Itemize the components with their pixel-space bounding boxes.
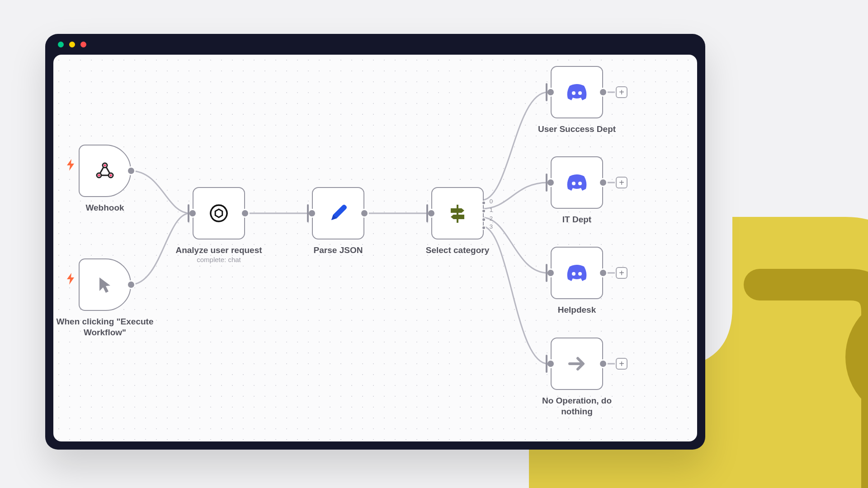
port-out[interactable] <box>127 280 136 289</box>
discord-icon <box>565 170 589 195</box>
window-dot-red[interactable] <box>80 42 86 47</box>
port-out[interactable] <box>241 209 250 218</box>
add-node-button[interactable]: + <box>616 358 627 370</box>
svg-point-12 <box>572 272 576 276</box>
node-webhook[interactable]: Webhook <box>79 145 131 197</box>
svg-point-3 <box>104 164 106 167</box>
arrow-right-icon <box>565 352 589 376</box>
add-node-button[interactable]: + <box>616 267 627 279</box>
port-out-0[interactable] <box>481 201 486 205</box>
branch-label-1: 1 <box>490 206 493 213</box>
svg-point-13 <box>578 272 582 276</box>
svg-point-10 <box>572 182 576 185</box>
node-label: Helpdesk <box>527 305 627 315</box>
cursor-icon <box>93 272 117 297</box>
branch-label-2: 2 <box>490 215 493 222</box>
plus-icon: + <box>619 87 624 98</box>
port-out-3[interactable] <box>481 225 486 230</box>
node-user-success[interactable]: User Success Dept <box>551 66 603 118</box>
branch-label-0: 0 <box>490 198 493 205</box>
node-label: When clicking "Execute Workflow" <box>55 316 155 338</box>
port-out[interactable] <box>599 178 608 187</box>
port-out[interactable] <box>127 166 136 175</box>
svg-point-8 <box>572 91 576 95</box>
port-in[interactable] <box>307 209 316 218</box>
port-in[interactable] <box>427 209 436 218</box>
port-in[interactable] <box>188 209 197 218</box>
port-out-1[interactable] <box>481 209 486 213</box>
node-helpdesk[interactable]: Helpdesk <box>551 247 603 299</box>
node-sublabel: complete: chat <box>169 256 269 263</box>
window-title-bar <box>45 34 705 55</box>
window-dot-yellow[interactable] <box>69 42 75 47</box>
node-label: Parse JSON <box>288 245 388 256</box>
plus-icon: + <box>619 178 624 188</box>
svg-marker-6 <box>215 209 222 217</box>
node-analyze[interactable]: Analyze user request complete: chat <box>193 187 245 239</box>
plus-icon: + <box>619 268 624 278</box>
port-in[interactable] <box>546 88 555 97</box>
trigger-bolt-icon <box>66 159 75 174</box>
node-label: User Success Dept <box>527 124 627 135</box>
node-label: Select category <box>408 245 507 256</box>
node-label: Webhook <box>55 202 155 213</box>
node-noop[interactable]: No Operation, do nothing <box>551 338 603 390</box>
node-label: IT Dept <box>527 214 627 225</box>
discord-icon <box>565 80 589 104</box>
svg-point-11 <box>578 182 582 185</box>
openai-icon <box>207 201 231 225</box>
port-out[interactable] <box>360 209 369 218</box>
port-in[interactable] <box>546 268 555 277</box>
webhook-icon <box>93 159 117 183</box>
signpost-icon <box>445 201 470 225</box>
port-out[interactable] <box>599 359 608 368</box>
svg-point-9 <box>578 91 582 95</box>
node-it-dept[interactable]: IT Dept <box>551 156 603 209</box>
add-node-button[interactable]: + <box>616 86 627 98</box>
svg-point-4 <box>98 174 100 177</box>
port-out-2[interactable] <box>481 217 486 222</box>
discord-icon <box>565 261 589 285</box>
node-manual-trigger[interactable]: When clicking "Execute Workflow" <box>79 258 131 311</box>
svg-rect-7 <box>457 205 458 223</box>
node-label: Analyze user request <box>169 245 269 256</box>
port-out[interactable] <box>599 268 608 277</box>
window-dot-green[interactable] <box>58 42 64 47</box>
port-out[interactable] <box>599 88 608 97</box>
trigger-bolt-icon <box>66 273 75 287</box>
node-parse-json[interactable]: Parse JSON <box>312 187 364 239</box>
branch-label-3: 3 <box>490 223 493 230</box>
app-window: Webhook When clicking "Execute Workflow" <box>45 34 705 450</box>
svg-point-5 <box>110 174 112 177</box>
node-label: No Operation, do nothing <box>527 395 627 417</box>
plus-icon: + <box>619 359 624 369</box>
add-node-button[interactable]: + <box>616 177 627 188</box>
port-in[interactable] <box>546 178 555 187</box>
node-select-category[interactable]: 0 1 2 3 Select category <box>431 187 484 239</box>
workflow-canvas[interactable]: Webhook When clicking "Execute Workflow" <box>53 55 697 441</box>
pencil-icon <box>326 201 350 225</box>
port-in[interactable] <box>546 359 555 368</box>
